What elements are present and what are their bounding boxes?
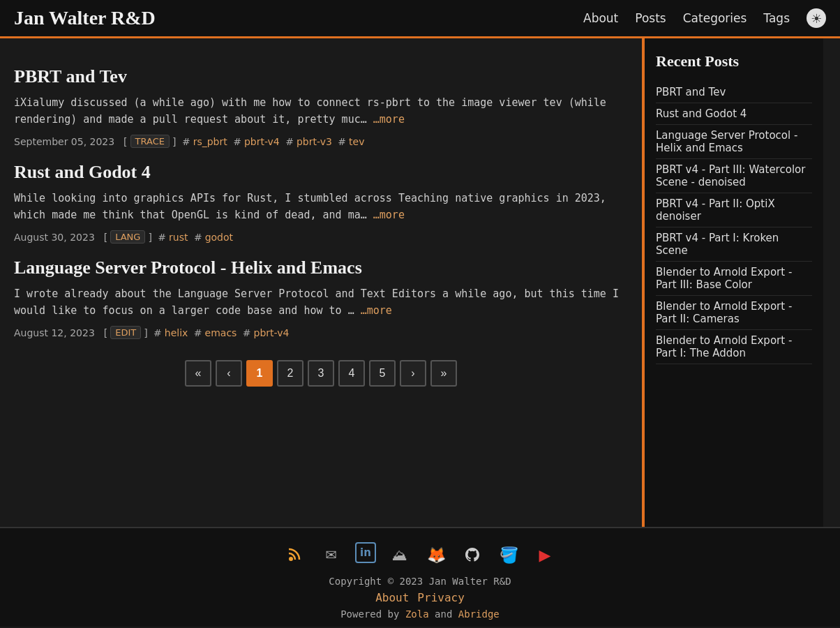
post-3-excerpt: I wrote already about the Language Serve…	[14, 285, 628, 319]
post-2-meta: August 30, 2023 [LANG] #rust #godot	[14, 230, 628, 244]
youtube-icon[interactable]: ▶	[532, 542, 557, 567]
post-2-excerpt: While looking into graphics APIs for Rus…	[14, 190, 628, 223]
post-1-readmore[interactable]: …more	[373, 113, 405, 126]
page-first-button[interactable]: «	[185, 360, 211, 387]
mail-icon[interactable]: ✉	[319, 542, 344, 567]
post-1-tag-3[interactable]: tev	[349, 136, 364, 147]
main-content: PBRT and Tev iXialumy discussed (a while…	[0, 38, 642, 408]
page-5-button[interactable]: 5	[369, 360, 396, 387]
theme-toggle-button[interactable]: ☀	[807, 8, 826, 28]
nav-tags[interactable]: Tags	[763, 11, 790, 25]
footer-abridge-link[interactable]: Abridge	[458, 608, 500, 620]
sidebar-post-0[interactable]: PBRT and Tev	[656, 82, 812, 103]
post-1: PBRT and Tev iXialumy discussed (a while…	[14, 66, 628, 148]
post-1-tag-2[interactable]: pbrt-v3	[297, 136, 332, 147]
bitbucket-icon[interactable]: 🪣	[496, 542, 521, 567]
footer: ✉ in ⛰ 🦊 🪣 ▶ Copyright © 2023 Jan Walter…	[0, 527, 840, 627]
post-1-date: September 05, 2023	[14, 136, 114, 147]
post-2-badge[interactable]: LANG	[110, 230, 145, 244]
post-3-meta: August 12, 2023 [EDIT] #helix #emacs #pb…	[14, 326, 628, 339]
footer-powered-by: Powered by Zola and Abridge	[0, 608, 840, 620]
post-3-tag-0[interactable]: helix	[165, 327, 188, 338]
post-1-tag-0[interactable]: rs_pbrt	[193, 136, 227, 147]
post-3-title[interactable]: Language Server Protocol - Helix and Ema…	[14, 257, 628, 278]
sidebar-title: Recent Posts	[656, 52, 812, 70]
post-3-badge[interactable]: EDIT	[110, 326, 141, 339]
post-2-title[interactable]: Rust and Godot 4	[14, 162, 628, 183]
site-title: Jan Walter R&D	[14, 7, 156, 29]
post-3-date: August 12, 2023	[14, 327, 95, 338]
rss-icon[interactable]	[283, 542, 308, 567]
page-4-button[interactable]: 4	[338, 360, 365, 387]
sidebar-post-4[interactable]: PBRT v4 - Part II: OptiX denoiser	[656, 193, 812, 227]
page-next-button[interactable]: ›	[400, 360, 426, 387]
sidebar-post-2[interactable]: Language Server Protocol - Helix and Ema…	[656, 125, 812, 159]
page-last-button[interactable]: »	[430, 360, 457, 387]
github-icon[interactable]	[460, 542, 485, 567]
nav-posts[interactable]: Posts	[635, 11, 666, 25]
post-1-tag-1[interactable]: pbrt-v4	[244, 136, 280, 147]
post-1-excerpt: iXialumy discussed (a while ago) with me…	[14, 94, 628, 128]
post-1-title[interactable]: PBRT and Tev	[14, 66, 628, 87]
site-header: Jan Walter R&D About Posts Categories Ta…	[0, 0, 840, 38]
footer-privacy-link[interactable]: Privacy	[417, 591, 464, 604]
linkedin-icon[interactable]: in	[355, 542, 376, 563]
post-3: Language Server Protocol - Helix and Ema…	[14, 257, 628, 339]
post-2-readmore[interactable]: …more	[373, 209, 405, 221]
post-3-tag-2[interactable]: pbrt-v4	[254, 327, 290, 338]
sidebar-post-5[interactable]: PBRT v4 - Part I: Kroken Scene	[656, 227, 812, 262]
svg-point-0	[289, 557, 293, 561]
sidebar: Recent Posts PBRT and Tev Rust and Godot…	[642, 38, 823, 527]
main-layout: PBRT and Tev iXialumy discussed (a while…	[0, 38, 840, 527]
pagination: « ‹ 1 2 3 4 5 › »	[14, 360, 628, 387]
footer-icons: ✉ in ⛰ 🦊 🪣 ▶	[0, 542, 840, 567]
sidebar-post-1[interactable]: Rust and Godot 4	[656, 103, 812, 125]
sidebar-post-8[interactable]: Blender to Arnold Export - Part I: The A…	[656, 330, 812, 364]
footer-about-link[interactable]: About	[375, 591, 409, 604]
footer-zola-link[interactable]: Zola	[405, 608, 429, 620]
post-2: Rust and Godot 4 While looking into grap…	[14, 162, 628, 244]
post-3-readmore[interactable]: …more	[361, 304, 392, 317]
post-3-tag-1[interactable]: emacs	[205, 327, 237, 338]
gitlab-icon[interactable]: 🦊	[423, 542, 449, 567]
post-2-date: August 30, 2023	[14, 232, 95, 243]
codeberg-icon[interactable]: ⛰	[387, 542, 412, 567]
post-1-meta: September 05, 2023 [TRACE] #rs_pbrt #pbr…	[14, 135, 628, 148]
sidebar-post-6[interactable]: Blender to Arnold Export - Part III: Bas…	[656, 262, 812, 296]
page-1-button[interactable]: 1	[246, 360, 273, 387]
nav-about[interactable]: About	[583, 11, 618, 25]
page-2-button[interactable]: 2	[277, 360, 303, 387]
sidebar-post-3[interactable]: PBRT v4 - Part III: Watercolor Scene - d…	[656, 159, 812, 193]
footer-copyright: Copyright © 2023 Jan Walter R&D	[0, 576, 840, 587]
page-3-button[interactable]: 3	[308, 360, 334, 387]
nav-categories[interactable]: Categories	[683, 11, 747, 25]
main-nav: About Posts Categories Tags ☀	[583, 8, 826, 28]
page-prev-button[interactable]: ‹	[216, 360, 242, 387]
post-1-badge[interactable]: TRACE	[130, 135, 170, 148]
footer-links: About Privacy	[0, 591, 840, 604]
post-2-tag-0[interactable]: rust	[169, 232, 188, 243]
sidebar-post-7[interactable]: Blender to Arnold Export - Part II: Came…	[656, 296, 812, 330]
post-2-tag-1[interactable]: godot	[205, 232, 233, 243]
